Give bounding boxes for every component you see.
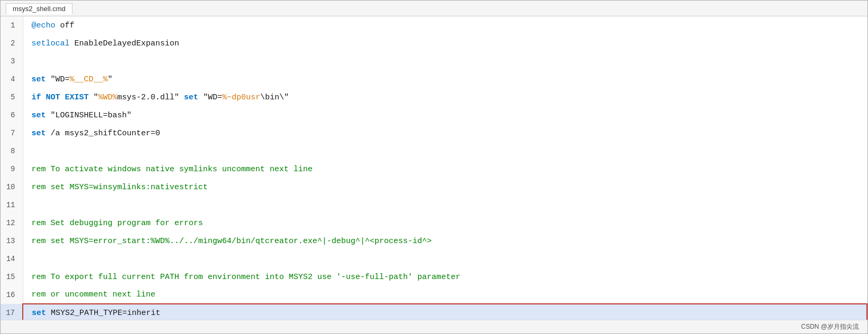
code-token: "LOGINSHELL=bash" bbox=[51, 111, 132, 120]
table-row: 17set MSYS2_PATH_TYPE=inherit bbox=[1, 304, 867, 320]
table-row: 6set "LOGINSHELL=bash" bbox=[1, 106, 867, 124]
line-number: 10 bbox=[1, 178, 23, 196]
code-token: %WD% bbox=[98, 93, 117, 102]
code-cell bbox=[23, 250, 867, 268]
code-token: off bbox=[60, 21, 75, 30]
code-token: rem or uncomment next line bbox=[32, 290, 156, 299]
table-row: 12rem Set debugging program for errors bbox=[1, 214, 867, 232]
code-container: 1@echo off2setlocal EnableDelayedExpansi… bbox=[1, 16, 867, 320]
code-cell: set "LOGINSHELL=bash" bbox=[23, 106, 867, 124]
line-number: 17 bbox=[1, 304, 23, 320]
code-token: set bbox=[32, 111, 51, 120]
table-row: 4set "WD=%__CD__%" bbox=[1, 70, 867, 88]
table-row: 7set /a msys2_shiftCounter=0 bbox=[1, 124, 867, 142]
code-cell: if NOT EXIST "%WD%msys-2.0.dll" set "WD=… bbox=[23, 88, 867, 106]
code-token: @echo bbox=[32, 21, 60, 30]
footer: CSDN @岁月指尖流 bbox=[1, 320, 867, 333]
table-row: 5if NOT EXIST "%WD%msys-2.0.dll" set "WD… bbox=[1, 88, 867, 106]
table-row: 14 bbox=[1, 250, 867, 268]
line-number: 4 bbox=[1, 70, 23, 88]
code-token: "WD= bbox=[51, 75, 70, 84]
code-token: " bbox=[94, 93, 98, 102]
code-cell bbox=[23, 142, 867, 160]
code-cell: rem Set debugging program for errors bbox=[23, 214, 867, 232]
table-row: 16rem or uncomment next line bbox=[1, 286, 867, 304]
code-cell: set MSYS2_PATH_TYPE=inherit bbox=[23, 304, 867, 320]
code-cell: setlocal EnableDelayedExpansion bbox=[23, 34, 867, 52]
line-number: 6 bbox=[1, 106, 23, 124]
code-token: /a msys2_shiftCounter=0 bbox=[51, 129, 160, 138]
code-token: rem set MSYS=error_start:%WD%../../mingw… bbox=[32, 237, 432, 246]
line-number: 13 bbox=[1, 232, 23, 250]
line-number: 12 bbox=[1, 214, 23, 232]
code-token: rem Set debugging program for errors bbox=[32, 219, 203, 228]
code-token: rem To export full current PATH from env… bbox=[32, 273, 460, 282]
code-cell: set "WD=%__CD__%" bbox=[23, 70, 867, 88]
code-token: \bin\" bbox=[260, 93, 289, 102]
table-row: 11 bbox=[1, 196, 867, 214]
table-row: 8 bbox=[1, 142, 867, 160]
table-row: 2setlocal EnableDelayedExpansion bbox=[1, 34, 867, 52]
line-number: 9 bbox=[1, 160, 23, 178]
code-token: %__CD__% bbox=[70, 75, 108, 84]
code-token: EXIST bbox=[65, 93, 94, 102]
code-token: " bbox=[108, 75, 113, 84]
code-token: set bbox=[32, 75, 51, 84]
line-number: 14 bbox=[1, 250, 23, 268]
table-row: 9rem To activate windows native symlinks… bbox=[1, 160, 867, 178]
code-token: set bbox=[32, 129, 51, 138]
code-token: rem To activate windows native symlinks … bbox=[32, 165, 313, 174]
line-number: 1 bbox=[1, 16, 23, 34]
title-bar: msys2_shell.cmd bbox=[1, 1, 867, 16]
code-cell bbox=[23, 196, 867, 214]
code-token: EnableDelayedExpansion bbox=[75, 39, 179, 48]
line-number: 2 bbox=[1, 34, 23, 52]
table-row: 1@echo off bbox=[1, 16, 867, 34]
code-token: MSYS2_PATH_TYPE bbox=[51, 309, 122, 318]
line-number: 7 bbox=[1, 124, 23, 142]
code-token: msys-2.0.dll" bbox=[117, 93, 184, 102]
line-number: 5 bbox=[1, 88, 23, 106]
table-row: 13rem set MSYS=error_start:%WD%../../min… bbox=[1, 232, 867, 250]
code-token: rem set MSYS=winsymlinks:nativestrict bbox=[32, 183, 208, 192]
editor-window: msys2_shell.cmd 1@echo off2setlocal Enab… bbox=[0, 0, 868, 334]
code-token: NOT bbox=[46, 93, 65, 102]
code-token: set bbox=[32, 309, 51, 318]
code-cell: rem To activate windows native symlinks … bbox=[23, 160, 867, 178]
code-token: "WD= bbox=[203, 93, 222, 102]
code-cell: set /a msys2_shiftCounter=0 bbox=[23, 124, 867, 142]
table-row: 15rem To export full current PATH from e… bbox=[1, 268, 867, 286]
line-number: 3 bbox=[1, 52, 23, 70]
code-cell: rem or uncomment next line bbox=[23, 286, 867, 304]
code-cell: @echo off bbox=[23, 16, 867, 34]
code-cell: rem set MSYS=error_start:%WD%../../mingw… bbox=[23, 232, 867, 250]
code-area: 1@echo off2setlocal EnableDelayedExpansi… bbox=[1, 16, 867, 320]
line-number: 16 bbox=[1, 286, 23, 304]
code-cell: rem set MSYS=winsymlinks:nativestrict bbox=[23, 178, 867, 196]
table-row: 10rem set MSYS=winsymlinks:nativestrict bbox=[1, 178, 867, 196]
code-cell: rem To export full current PATH from env… bbox=[23, 268, 867, 286]
code-table: 1@echo off2setlocal EnableDelayedExpansi… bbox=[1, 16, 867, 320]
table-row: 3 bbox=[1, 52, 867, 70]
line-number: 8 bbox=[1, 142, 23, 160]
code-token: %~dp0usr bbox=[222, 93, 260, 102]
line-number: 11 bbox=[1, 196, 23, 214]
code-token: setlocal bbox=[32, 39, 75, 48]
code-token: set bbox=[184, 93, 203, 102]
tab-msys2-shell[interactable]: msys2_shell.cmd bbox=[6, 3, 73, 14]
line-number: 15 bbox=[1, 268, 23, 286]
code-cell bbox=[23, 52, 867, 70]
code-token: if bbox=[32, 93, 46, 102]
code-token: =inherit bbox=[122, 309, 160, 318]
watermark: CSDN @岁月指尖流 bbox=[801, 322, 859, 331]
